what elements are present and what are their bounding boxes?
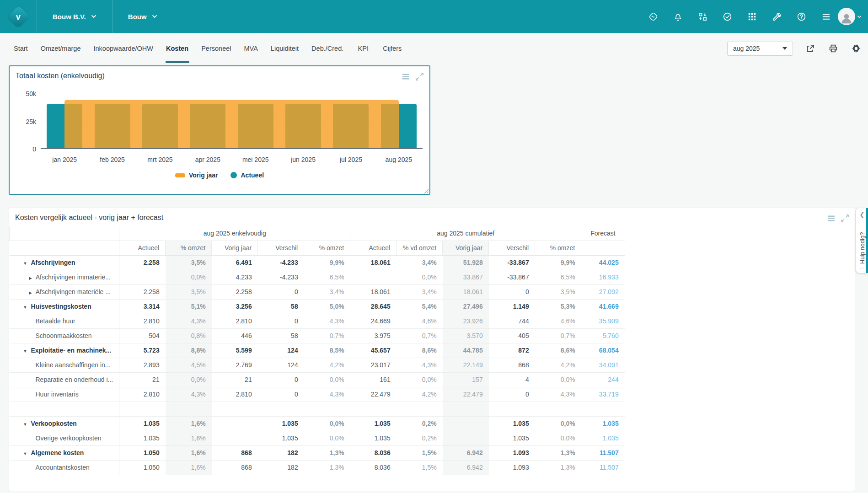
value-cell: 0,7%: [304, 328, 350, 343]
value-cell: 4: [489, 372, 535, 387]
row-label[interactable]: Reparatie en onderhoud i...: [36, 376, 113, 383]
value-cell: 872: [489, 343, 535, 358]
tab-deb-cred[interactable]: Deb./Cred.: [305, 33, 350, 64]
tools-wrench-icon[interactable]: [771, 11, 782, 22]
value-cell: 1.035: [489, 431, 535, 445]
chevron-down-icon: [152, 15, 157, 18]
legend-item-vorig-jaar[interactable]: Vorig jaar: [175, 171, 218, 179]
chart-legend: Vorig jaarActueel: [10, 171, 429, 179]
column-header-verschil[interactable]: Verschil: [258, 241, 304, 255]
collapse-triangle-icon[interactable]: ▼: [23, 349, 27, 354]
forecast-cell: 27.092: [581, 284, 625, 299]
value-cell: 3.570: [443, 328, 489, 343]
tasks-check-icon[interactable]: [722, 11, 733, 22]
help-tab-accent: [866, 208, 868, 273]
value-cell: 6.942: [443, 460, 489, 475]
column-header-actueel[interactable]: Actueel: [119, 241, 166, 255]
row-label[interactable]: Betaalde huur: [36, 317, 75, 325]
column-header-verschil[interactable]: Verschil: [489, 241, 535, 255]
row-label[interactable]: Huisvestingskosten: [31, 303, 91, 310]
value-cell: [350, 270, 396, 284]
tab-omzet-marge[interactable]: Omzet/marge: [34, 33, 87, 64]
collapse-triangle-icon[interactable]: ▼: [23, 305, 27, 310]
widget-expand-icon[interactable]: [415, 72, 424, 81]
brand-mark-icon[interactable]: [648, 11, 659, 22]
table-row-verkoopkosten: ▼Verkoopkosten1.0351,6%1.0350,0%1.0350,2…: [10, 416, 625, 431]
widget-menu-icon[interactable]: [826, 214, 836, 223]
app-logo[interactable]: v: [0, 0, 37, 33]
row-label[interactable]: Accountantskosten: [36, 464, 90, 471]
value-cell: 44.785: [443, 343, 489, 358]
row-label[interactable]: Afschrijvingen immaterië...: [36, 273, 111, 281]
tab-start[interactable]: Start: [7, 33, 34, 64]
legend-label: Vorig jaar: [189, 171, 218, 179]
row-label[interactable]: Exploitatie- en machinek...: [31, 347, 111, 354]
tab-personeel[interactable]: Personeel: [195, 33, 237, 64]
bar-band-vorig-jaar[interactable]: [64, 100, 399, 148]
share-icon[interactable]: [805, 43, 816, 54]
row-label[interactable]: Huur inventaris: [36, 391, 79, 398]
expand-triangle-icon[interactable]: ▶: [29, 276, 32, 280]
widget-menu-icon[interactable]: [401, 72, 410, 81]
table-row-accountantskosten: Accountantskosten1.0501,6%8681821,3%8.03…: [10, 460, 625, 475]
tab-kpi[interactable]: KPI: [350, 33, 376, 64]
collapse-triangle-icon[interactable]: ▼: [23, 261, 27, 266]
row-label[interactable]: Schoonmaakkosten: [36, 332, 92, 339]
notifications-bell-icon[interactable]: [672, 11, 683, 22]
value-cell: 6,5%: [304, 270, 350, 284]
print-icon[interactable]: [828, 43, 839, 54]
row-label[interactable]: Kleine aanschaffingen in...: [36, 361, 111, 369]
value-cell: 4,3%: [166, 314, 212, 328]
apps-grid-icon[interactable]: [746, 11, 757, 22]
company-selector[interactable]: Bouw B.V.: [37, 0, 112, 33]
row-label[interactable]: Afschrijvingen: [31, 259, 75, 266]
x-axis-label: jun 2025: [279, 156, 327, 163]
help-side-tab[interactable]: ❮ Hulp nodig? …: [856, 208, 868, 273]
row-label[interactable]: Overige verkoopkosten: [36, 434, 102, 442]
value-cell: 51.928: [443, 255, 489, 270]
column-header-omzet[interactable]: % omzet: [304, 241, 350, 255]
value-cell: 1.093: [489, 460, 535, 475]
menu-icon[interactable]: [820, 11, 831, 22]
period-dropdown[interactable]: aug 2025: [727, 42, 793, 56]
column-header-omzet[interactable]: % omzet: [535, 241, 581, 255]
widget-expand-icon[interactable]: [840, 214, 849, 223]
column-header-vorig-jaar[interactable]: Vorig jaar: [212, 241, 258, 255]
tab-mva[interactable]: MVA: [237, 33, 264, 64]
value-cell: 2.258: [119, 255, 166, 270]
help-icon[interactable]: [796, 11, 807, 22]
column-header-vorig-jaar[interactable]: Vorig jaar: [443, 241, 489, 255]
column-group-forecast: Forecast: [581, 226, 625, 241]
tab-cijfers[interactable]: Cijfers: [376, 33, 408, 64]
user-menu[interactable]: [838, 8, 862, 25]
value-cell: 4,3%: [304, 314, 350, 328]
value-cell: 24.669: [350, 314, 396, 328]
value-cell: 2.810: [119, 387, 166, 402]
legend-item-actueel[interactable]: Actueel: [230, 171, 264, 179]
dashboard-name: Bouw: [128, 13, 147, 21]
expand-triangle-icon[interactable]: ▶: [29, 291, 32, 295]
collapse-triangle-icon[interactable]: ▼: [23, 451, 27, 456]
column-header-vd-omzet[interactable]: % vd omzet: [396, 241, 443, 255]
value-cell: 0,0%: [304, 431, 350, 445]
widget-resize-handle[interactable]: [423, 188, 429, 193]
avatar: [838, 8, 855, 25]
dashboard-selector[interactable]: Bouw: [113, 0, 173, 33]
tab-inkoopwaarde-ohw[interactable]: Inkoopwaarde/OHW: [87, 33, 160, 64]
value-cell: 0,8%: [166, 328, 212, 343]
column-header-omzet[interactable]: % omzet: [166, 241, 212, 255]
row-label[interactable]: Afschrijvingen materiële ...: [36, 288, 111, 295]
tab-kosten[interactable]: Kosten: [160, 33, 195, 64]
import-export-icon[interactable]: [697, 11, 708, 22]
active-tab-underline: [166, 61, 189, 63]
column-header-actueel[interactable]: Actueel: [350, 241, 396, 255]
tab-liquiditeit[interactable]: Liquiditeit: [264, 33, 305, 64]
row-label[interactable]: Verkoopkosten: [31, 420, 76, 427]
settings-gear-icon[interactable]: [851, 43, 862, 54]
forecast-cell: [581, 402, 625, 416]
value-cell: [489, 402, 535, 416]
help-tab-label: Hulp nodig?: [859, 220, 866, 264]
x-axis-label: jul 2025: [327, 156, 375, 163]
collapse-triangle-icon[interactable]: ▼: [23, 422, 27, 427]
row-label[interactable]: Algemene kosten: [31, 449, 84, 456]
